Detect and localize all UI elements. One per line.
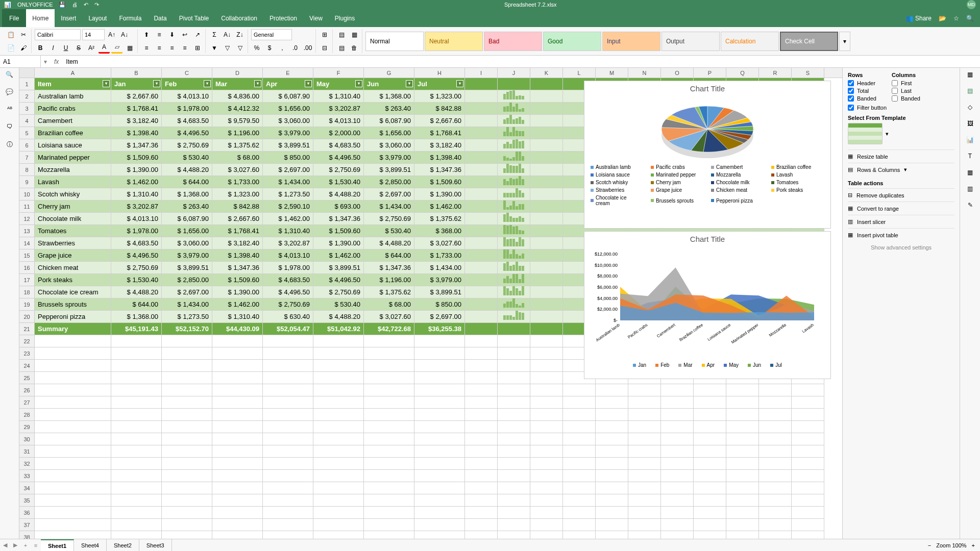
cell[interactable] — [530, 409, 563, 421]
cell[interactable] — [530, 225, 563, 237]
cell[interactable] — [111, 507, 162, 519]
cell[interactable] — [628, 421, 661, 433]
cell[interactable] — [530, 372, 563, 384]
cell[interactable]: $ 3,027.60 — [212, 164, 263, 176]
comments-icon[interactable]: 💬 — [6, 88, 13, 95]
cell[interactable]: $ 3,027.60 — [414, 237, 465, 249]
cell[interactable] — [694, 396, 726, 409]
cell[interactable] — [364, 519, 414, 531]
font-size-select[interactable] — [82, 29, 105, 40]
cell[interactable] — [596, 494, 628, 507]
cell[interactable] — [414, 372, 465, 384]
chart-settings-icon[interactable]: 📊 — [966, 136, 974, 143]
cell[interactable]: $ 368.00 — [414, 225, 465, 237]
row-header[interactable]: 32 — [19, 458, 34, 470]
row-header[interactable]: 4 — [19, 115, 34, 127]
cell[interactable] — [726, 458, 759, 470]
cell[interactable]: $ 2,750.69 — [162, 139, 212, 152]
cell[interactable] — [530, 445, 563, 458]
cell[interactable] — [563, 470, 596, 482]
bold-button[interactable]: B — [35, 42, 46, 54]
cell[interactable]: Scotch whisky — [35, 188, 111, 201]
cell[interactable] — [364, 458, 414, 470]
cell[interactable] — [530, 470, 563, 482]
cell[interactable]: Loisiana sauce — [35, 139, 111, 152]
cell[interactable] — [596, 384, 628, 396]
cell[interactable] — [212, 458, 263, 470]
cell[interactable] — [212, 372, 263, 384]
cell[interactable] — [364, 445, 414, 458]
cell[interactable] — [414, 458, 465, 470]
cell[interactable] — [628, 507, 661, 519]
row-header[interactable]: 9 — [19, 176, 34, 188]
row-header[interactable]: 15 — [19, 249, 34, 262]
menu-layout[interactable]: Layout — [82, 9, 113, 27]
cell[interactable]: $ 1,434.00 — [162, 298, 212, 311]
cell[interactable] — [563, 482, 596, 494]
col-header[interactable]: P — [694, 68, 726, 78]
cell[interactable] — [364, 409, 414, 421]
font-select[interactable] — [35, 29, 81, 40]
cell[interactable]: Pork steaks — [35, 274, 111, 286]
cell[interactable] — [162, 360, 212, 372]
cell[interactable] — [111, 482, 162, 494]
select-all-corner[interactable] — [19, 68, 35, 78]
cell[interactable] — [313, 396, 364, 409]
cell[interactable]: Jul▾ — [414, 78, 465, 90]
cell[interactable] — [530, 519, 563, 531]
col-header[interactable]: J — [498, 68, 530, 78]
cell[interactable] — [364, 494, 414, 507]
cell[interactable]: $ 1,768.41 — [111, 103, 162, 115]
cell[interactable] — [414, 433, 465, 445]
cell[interactable]: $ 842.88 — [212, 201, 263, 213]
cell[interactable] — [530, 274, 563, 286]
cell[interactable] — [726, 519, 759, 531]
table-settings-icon[interactable]: ▤ — [967, 87, 973, 94]
cell[interactable]: $52,152.70 — [162, 323, 212, 335]
cell[interactable] — [792, 384, 824, 396]
cell[interactable]: $ 3,202.87 — [111, 201, 162, 213]
row-header[interactable]: 21 — [19, 323, 34, 335]
cell[interactable] — [530, 396, 563, 409]
cell[interactable] — [530, 188, 563, 201]
shape-settings-icon[interactable]: ◇ — [968, 104, 972, 111]
wrap-text-icon[interactable]: ↩ — [179, 29, 190, 40]
cell[interactable] — [596, 531, 628, 539]
cell[interactable] — [263, 494, 313, 507]
cell[interactable] — [530, 531, 563, 539]
cell[interactable] — [498, 237, 530, 249]
user-avatar[interactable]: MD — [967, 0, 976, 9]
cell[interactable]: $ 263.40 — [364, 103, 414, 115]
cell[interactable] — [263, 482, 313, 494]
clear-filter-icon[interactable]: ▽ — [234, 42, 246, 54]
cell[interactable] — [162, 507, 212, 519]
cell[interactable] — [498, 176, 530, 188]
cell[interactable] — [111, 384, 162, 396]
cell[interactable] — [498, 262, 530, 274]
cell[interactable] — [563, 519, 596, 531]
cell[interactable]: $ 3,202.87 — [313, 103, 364, 115]
borders-button[interactable]: ▦ — [124, 42, 135, 54]
cell[interactable]: Summary — [35, 323, 111, 335]
cell[interactable] — [263, 360, 313, 372]
cell[interactable] — [263, 372, 313, 384]
cell[interactable]: Cherry jam — [35, 201, 111, 213]
cell[interactable] — [35, 482, 111, 494]
fill-icon[interactable]: ▼ — [209, 42, 220, 54]
cell[interactable]: $ 1,462.00 — [212, 298, 263, 311]
cell[interactable] — [694, 421, 726, 433]
cell[interactable] — [212, 396, 263, 409]
cell[interactable] — [694, 519, 726, 531]
cell[interactable]: $ 9,579.50 — [212, 115, 263, 127]
search-icon[interactable]: 🔍 — [6, 71, 13, 78]
cell[interactable]: $ 4,683.50 — [263, 274, 313, 286]
cell[interactable]: $ 6,087.90 — [263, 90, 313, 103]
row-header[interactable]: 29 — [19, 421, 34, 433]
superscript-button[interactable]: A² — [86, 42, 97, 54]
cell[interactable] — [35, 519, 111, 531]
cell[interactable] — [530, 103, 563, 115]
cell[interactable] — [661, 445, 694, 458]
col-header[interactable]: M — [596, 68, 628, 78]
cell[interactable]: $ 1,434.00 — [263, 176, 313, 188]
cell[interactable] — [661, 507, 694, 519]
